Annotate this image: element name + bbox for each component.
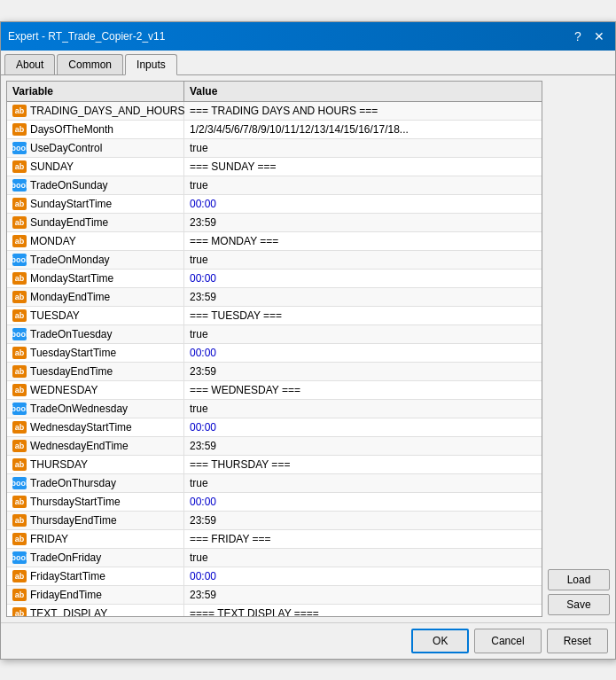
table-row[interactable]: ab DaysOfTheMonth 1/2/3/4/5/6/7/8/9/10/1… bbox=[7, 121, 542, 139]
type-icon: ab bbox=[12, 607, 27, 616]
content-area: Variable Value ab TRADING_DAYS_AND_HOURS… bbox=[1, 75, 615, 622]
table-row[interactable]: ab SUNDAY === SUNDAY === bbox=[7, 158, 542, 176]
variable-cell: ab MondayStartTime bbox=[7, 270, 184, 287]
table-row[interactable]: bool TradeOnFriday true bbox=[7, 549, 542, 567]
type-icon: bool bbox=[12, 254, 27, 266]
value-cell[interactable]: true bbox=[184, 139, 542, 157]
value-cell[interactable]: 23:59 bbox=[184, 288, 542, 306]
table-row[interactable]: ab TRADING_DAYS_AND_HOURS === TRADING DA… bbox=[7, 102, 542, 121]
table-row[interactable]: ab WednesdayEndTime 23:59 bbox=[7, 437, 542, 456]
table-row[interactable]: ab TUESDAY === TUESDAY === bbox=[7, 307, 542, 325]
value-cell[interactable]: === TRADING DAYS AND HOURS === bbox=[184, 102, 542, 120]
table-row[interactable]: ab TuesdayStartTime 00:00 bbox=[7, 344, 542, 363]
value-cell[interactable]: === WEDNESDAY === bbox=[184, 381, 542, 399]
table-row[interactable]: ab SundayEndTime 23:59 bbox=[7, 214, 542, 232]
table-row[interactable]: bool TradeOnWednesday true bbox=[7, 400, 542, 418]
reset-button[interactable]: Reset bbox=[547, 629, 608, 653]
table-row[interactable]: ab SundayStartTime 00:00 bbox=[7, 195, 542, 214]
value-cell[interactable]: 00:00 bbox=[184, 195, 542, 213]
value-cell[interactable]: === TUESDAY === bbox=[184, 307, 542, 324]
value-cell[interactable]: === FRIDAY === bbox=[184, 530, 542, 548]
close-button[interactable]: ✕ bbox=[590, 27, 608, 45]
tab-inputs[interactable]: Inputs bbox=[125, 54, 177, 75]
table-body[interactable]: ab TRADING_DAYS_AND_HOURS === TRADING DA… bbox=[7, 102, 542, 616]
variable-name: SUNDAY bbox=[30, 160, 74, 173]
value-cell[interactable]: true bbox=[184, 400, 542, 418]
table-row[interactable]: bool TradeOnSunday true bbox=[7, 176, 542, 195]
variable-cell: ab FridayStartTime bbox=[7, 567, 184, 585]
value-cell[interactable]: 23:59 bbox=[184, 512, 542, 529]
value-cell[interactable]: 00:00 bbox=[184, 418, 542, 436]
value-cell[interactable]: === MONDAY === bbox=[184, 232, 542, 250]
table-row[interactable]: ab TuesdayEndTime 23:59 bbox=[7, 363, 542, 381]
value-cell[interactable]: 1/2/3/4/5/6/7/8/9/10/11/12/13/14/15/16/1… bbox=[184, 121, 542, 138]
type-icon: ab bbox=[12, 365, 27, 378]
type-icon: ab bbox=[12, 105, 27, 117]
variable-name: UseDayControl bbox=[30, 142, 102, 154]
table-row[interactable]: ab ThursdayEndTime 23:59 bbox=[7, 512, 542, 530]
variable-cell: ab TEXT_DISPLAY bbox=[7, 605, 184, 616]
value-cell[interactable]: 00:00 bbox=[184, 270, 542, 287]
variable-name: SundayEndTime bbox=[30, 216, 108, 229]
table-row[interactable]: ab WednesdayStartTime 00:00 bbox=[7, 418, 542, 437]
table-row[interactable]: ab FridayEndTime 23:59 bbox=[7, 586, 542, 605]
variable-cell: ab SundayEndTime bbox=[7, 214, 184, 231]
table-row[interactable]: ab THURSDAY === THURSDAY === bbox=[7, 456, 542, 474]
type-icon: ab bbox=[12, 421, 27, 434]
cancel-button[interactable]: Cancel bbox=[474, 629, 541, 653]
tab-common[interactable]: Common bbox=[57, 54, 123, 74]
tab-about[interactable]: About bbox=[4, 54, 55, 74]
value-cell[interactable]: === SUNDAY === bbox=[184, 158, 542, 176]
type-icon: ab bbox=[12, 589, 27, 601]
table-row[interactable]: ab FridayStartTime 00:00 bbox=[7, 567, 542, 586]
value-cell[interactable]: true bbox=[184, 474, 542, 492]
save-button[interactable]: Save bbox=[548, 594, 610, 615]
ok-button[interactable]: OK bbox=[411, 629, 469, 653]
table-row[interactable]: ab ThursdayStartTime 00:00 bbox=[7, 493, 542, 512]
value-cell[interactable]: === THURSDAY === bbox=[184, 456, 542, 473]
value-cell[interactable]: true bbox=[184, 325, 542, 343]
variable-cell: ab FridayEndTime bbox=[7, 586, 184, 604]
table-row[interactable]: ab FRIDAY === FRIDAY === bbox=[7, 530, 542, 549]
value-cell[interactable]: true bbox=[184, 251, 542, 269]
value-cell[interactable]: ==== TEXT DISPLAY ==== bbox=[184, 605, 542, 616]
variable-value: 00:00 bbox=[190, 272, 216, 285]
load-button[interactable]: Load bbox=[548, 569, 610, 590]
value-cell[interactable]: 23:59 bbox=[184, 437, 542, 455]
value-cell[interactable]: 23:59 bbox=[184, 214, 542, 231]
table-row[interactable]: bool UseDayControl true bbox=[7, 139, 542, 158]
variable-name: TuesdayStartTime bbox=[30, 347, 116, 359]
value-cell[interactable]: true bbox=[184, 549, 542, 567]
type-icon: ab bbox=[12, 160, 27, 173]
table-row[interactable]: ab MondayStartTime 00:00 bbox=[7, 270, 542, 288]
value-cell[interactable]: 00:00 bbox=[184, 567, 542, 585]
help-button[interactable]: ? bbox=[569, 27, 587, 45]
variable-cell: bool TradeOnSunday bbox=[7, 176, 184, 194]
variable-value: true bbox=[190, 477, 208, 489]
table-row[interactable]: bool TradeOnTuesday true bbox=[7, 325, 542, 344]
type-icon: ab bbox=[12, 198, 27, 210]
value-cell[interactable]: true bbox=[184, 176, 542, 194]
variable-name: TradeOnMonday bbox=[30, 254, 110, 266]
type-icon: ab bbox=[12, 440, 27, 452]
table-row[interactable]: ab MONDAY === MONDAY === bbox=[7, 232, 542, 251]
table-row[interactable]: ab TEXT_DISPLAY ==== TEXT DISPLAY ==== bbox=[7, 605, 542, 616]
table-row[interactable]: bool TradeOnThursday true bbox=[7, 474, 542, 493]
variable-name: FridayEndTime bbox=[30, 589, 102, 601]
value-cell[interactable]: 23:59 bbox=[184, 363, 542, 380]
value-cell[interactable]: 00:00 bbox=[184, 344, 542, 362]
variable-cell: bool TradeOnFriday bbox=[7, 549, 184, 567]
table-row[interactable]: ab WEDNESDAY === WEDNESDAY === bbox=[7, 381, 542, 400]
variable-name: TradeOnSunday bbox=[30, 179, 108, 191]
variable-cell: ab DaysOfTheMonth bbox=[7, 121, 184, 138]
variable-value: 23:59 bbox=[190, 216, 216, 229]
variable-cell: ab TuesdayEndTime bbox=[7, 363, 184, 380]
variable-cell: ab SundayStartTime bbox=[7, 195, 184, 213]
value-cell[interactable]: 23:59 bbox=[184, 586, 542, 604]
value-cell[interactable]: 00:00 bbox=[184, 493, 542, 511]
table-row[interactable]: ab MondayEndTime 23:59 bbox=[7, 288, 542, 307]
type-icon: ab bbox=[12, 291, 27, 303]
type-icon: ab bbox=[12, 514, 27, 527]
table-row[interactable]: bool TradeOnMonday true bbox=[7, 251, 542, 270]
variable-value: 00:00 bbox=[190, 570, 216, 582]
